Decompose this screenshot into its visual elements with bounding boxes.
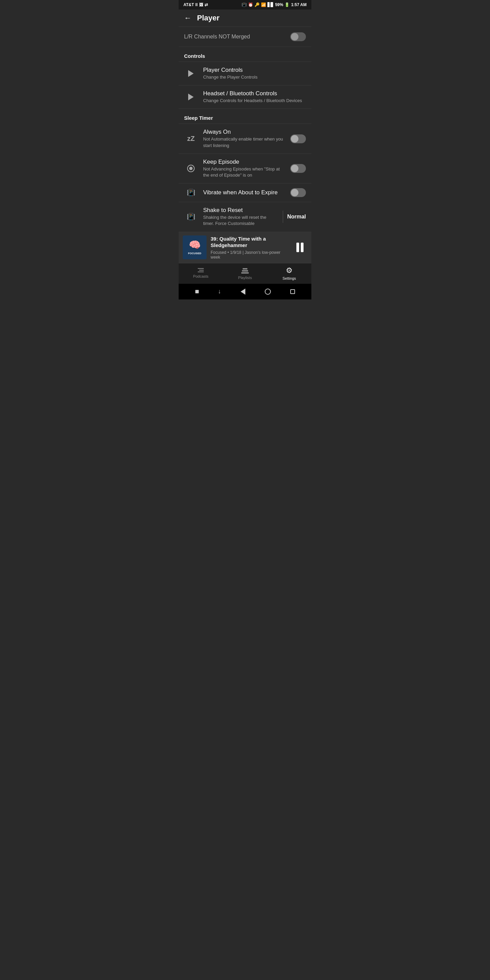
vibrate-status-icon: 📳 bbox=[242, 2, 247, 7]
play-triangle-icon-2 bbox=[188, 94, 194, 100]
android-recents-icon[interactable] bbox=[290, 289, 295, 294]
bottom-nav: Podcasts Playlists ⚙ Settings bbox=[179, 263, 311, 284]
nav-playlists[interactable]: Playlists bbox=[223, 267, 267, 280]
wifi-icon: 📶 bbox=[261, 2, 266, 7]
player-controls-subtitle: Change the Player Controls bbox=[203, 74, 306, 80]
keep-episode-toggle-col bbox=[290, 164, 306, 173]
now-playing-podcast: Focused bbox=[211, 250, 226, 255]
player-controls-title: Player Controls bbox=[203, 67, 306, 73]
nav-settings[interactable]: ⚙ Settings bbox=[267, 266, 311, 280]
image-icon: 🖼 bbox=[199, 2, 203, 7]
settings-gear-icon: ⚙ bbox=[286, 266, 293, 275]
status-right: 📳 ⏰ 🔑 📶 ▋▊ 59% 🔋 1:57 AM bbox=[242, 2, 307, 7]
now-playing-episode-title: 39: Quality Time with a Sledgehammer bbox=[211, 235, 288, 249]
playlists-nav-label: Playlists bbox=[238, 275, 252, 280]
always-on-toggle-col bbox=[290, 134, 306, 143]
always-on-title: Always On bbox=[203, 129, 285, 135]
status-left: AT&T II 🖼 ⇄ bbox=[183, 2, 208, 7]
sleep-icon-col: zZ bbox=[184, 135, 198, 143]
carrier-label: AT&T bbox=[183, 2, 194, 7]
now-playing-bar[interactable]: 🧠 FOCUSED 39: Quality Time with a Sledge… bbox=[179, 232, 311, 263]
shake-reset-row: 📳 Shake to Reset Shaking the device will… bbox=[179, 202, 311, 231]
sleep-timer-section-header: Sleep Timer bbox=[179, 109, 311, 124]
player-controls-icon bbox=[184, 70, 198, 77]
now-playing-text: 39: Quality Time with a Sledgehammer Foc… bbox=[211, 235, 288, 259]
play-triangle-icon bbox=[188, 70, 194, 77]
player-controls-text: Player Controls Change the Player Contro… bbox=[203, 67, 306, 80]
signal-bars-icon: ▋▊ bbox=[267, 2, 274, 7]
bluetooth-controls-title: Headset / Bluetooth Controls bbox=[203, 90, 306, 97]
always-on-toggle[interactable] bbox=[290, 134, 306, 143]
vibrate-expire-toggle[interactable] bbox=[290, 188, 306, 197]
vibrate-expire-toggle-col bbox=[290, 188, 306, 197]
app-bar: ← Player bbox=[179, 10, 311, 27]
vibrate-icon: 📳 bbox=[187, 189, 195, 197]
podcasts-nav-label: Podcasts bbox=[193, 274, 208, 278]
podcast-art-label: FOCUSED bbox=[186, 251, 202, 256]
vpn-icon: 🔑 bbox=[255, 2, 259, 7]
keep-episode-row: Keep Episode Not Advancing Episodes when… bbox=[179, 154, 311, 183]
always-on-subtitle: Not Automatically enable timer when you … bbox=[203, 136, 285, 148]
controls-section-header: Controls bbox=[179, 47, 311, 62]
settings-nav-label: Settings bbox=[282, 276, 296, 280]
lr-channels-row: L/R Channels NOT Merged bbox=[179, 27, 311, 47]
pause-button[interactable] bbox=[292, 240, 307, 255]
android-nav-bar: ↓ bbox=[179, 284, 311, 299]
pause-bar-right bbox=[301, 243, 304, 252]
vibrate-expire-title: Vibrate when About to Expire bbox=[203, 189, 285, 196]
stop-inner-circle bbox=[189, 167, 192, 170]
bluetooth-controls-icon bbox=[184, 94, 198, 100]
battery-label: 59% bbox=[275, 2, 283, 7]
battery-icon: 🔋 bbox=[285, 2, 290, 7]
lr-channels-label: L/R Channels NOT Merged bbox=[184, 34, 250, 40]
podcasts-nav-icon bbox=[198, 268, 204, 272]
shake-reset-value-col: Normal bbox=[283, 211, 306, 223]
layer-mid bbox=[242, 270, 248, 272]
shake-reset-subtitle: Shaking the device will reset the timer.… bbox=[203, 215, 277, 227]
android-home-icon[interactable] bbox=[265, 288, 271, 295]
pause-icon bbox=[296, 243, 304, 252]
android-back-icon[interactable] bbox=[240, 288, 245, 295]
shake-reset-text: Shake to Reset Shaking the device will r… bbox=[203, 207, 277, 227]
signal-icon: II bbox=[195, 2, 198, 7]
always-on-row: zZ Always On Not Automatically enable ti… bbox=[179, 124, 311, 153]
android-down-icon[interactable]: ↓ bbox=[218, 288, 221, 295]
shake-reset-value[interactable]: Normal bbox=[287, 214, 306, 220]
shake-reset-icon-col: 📳 bbox=[184, 213, 198, 221]
podcast-art-emoji: 🧠 bbox=[189, 239, 201, 250]
page-title: Player bbox=[197, 14, 220, 22]
time-label: 1:57 AM bbox=[291, 2, 307, 7]
shake-reset-title: Shake to Reset bbox=[203, 207, 277, 214]
player-controls-row[interactable]: Player Controls Change the Player Contro… bbox=[179, 62, 311, 85]
now-playing-dot: • bbox=[227, 250, 230, 255]
keep-episode-subtitle: Not Advancing Episodes when "Stop at the… bbox=[203, 166, 285, 178]
shake-icon: 📳 bbox=[187, 213, 195, 221]
keep-episode-toggle[interactable] bbox=[290, 164, 306, 173]
nav-podcasts[interactable]: Podcasts bbox=[179, 268, 223, 278]
shake-value-divider bbox=[283, 211, 283, 223]
keep-episode-icon-col bbox=[184, 165, 198, 172]
list-icon bbox=[198, 268, 204, 272]
bluetooth-controls-text: Headset / Bluetooth Controls Change Cont… bbox=[203, 90, 306, 104]
now-playing-date: 1/9/18 bbox=[230, 250, 241, 255]
sleep-zzz-icon: zZ bbox=[187, 135, 195, 143]
usb-icon: ⇄ bbox=[205, 2, 208, 7]
podcast-artwork: 🧠 FOCUSED bbox=[183, 235, 207, 259]
playlists-nav-icon bbox=[241, 267, 249, 274]
lr-channels-toggle[interactable] bbox=[290, 32, 306, 41]
android-stop-icon[interactable] bbox=[195, 290, 199, 293]
vibrate-expire-text: Vibrate when About to Expire bbox=[203, 189, 285, 196]
always-on-text: Always On Not Automatically enable timer… bbox=[203, 129, 285, 148]
pause-bar-left bbox=[296, 243, 299, 252]
back-button[interactable]: ← bbox=[184, 14, 192, 22]
bluetooth-controls-row[interactable]: Headset / Bluetooth Controls Change Cont… bbox=[179, 86, 311, 108]
bluetooth-controls-subtitle: Change Controls for Headsets / Bluetooth… bbox=[203, 98, 306, 104]
vibrate-expire-icon-col: 📳 bbox=[184, 189, 198, 197]
vibrate-expire-row: 📳 Vibrate when About to Expire bbox=[179, 183, 311, 202]
layer-top bbox=[243, 268, 247, 269]
keep-episode-text: Keep Episode Not Advancing Episodes when… bbox=[203, 159, 285, 178]
stop-circle-icon bbox=[187, 165, 195, 172]
keep-episode-title: Keep Episode bbox=[203, 159, 285, 165]
layer-bottom bbox=[241, 272, 249, 274]
status-bar: AT&T II 🖼 ⇄ 📳 ⏰ 🔑 📶 ▋▊ 59% 🔋 1:57 AM bbox=[179, 0, 311, 10]
